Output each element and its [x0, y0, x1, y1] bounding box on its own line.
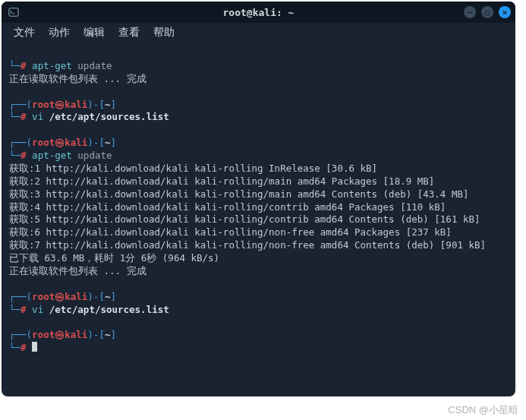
output-line: 正在读取软件包列表 ... 完成	[9, 265, 146, 276]
prompt-hash: └─	[9, 60, 20, 71]
prompt-close: )	[87, 137, 93, 148]
cmd-vi: vi	[27, 304, 44, 315]
terminal-output[interactable]: └─# apt-get update 正在读取软件包列表 ... 完成 ┌──(…	[2, 43, 515, 372]
cmd-vi: vi	[27, 111, 44, 122]
prompt-pathend: ]	[110, 137, 116, 148]
prompt-pathstart: -[	[93, 99, 105, 110]
prompt-pathend: ]	[110, 99, 116, 110]
prompt-l2: └─	[9, 150, 20, 161]
prompt-hash: #	[20, 342, 27, 353]
prompt-l2: └─	[9, 304, 20, 315]
terminal-window: root@kali: ~ − ○ × 文件 动作 编辑 查看 帮助 └─# ap…	[2, 2, 515, 396]
cmd-arg: /etc/apt/sources.list	[43, 111, 169, 122]
prompt-hash: #	[20, 150, 27, 161]
menu-edit[interactable]: 编辑	[77, 24, 111, 41]
cmd-arg: update	[72, 150, 112, 161]
minimize-button[interactable]: −	[464, 6, 476, 18]
maximize-button[interactable]: ○	[481, 6, 493, 18]
prompt-pathstart: -[	[93, 137, 105, 148]
prompt-host: kali	[65, 99, 87, 110]
prompt-host: kali	[65, 291, 87, 302]
prompt-close: )	[87, 291, 93, 302]
output-line: 获取:3 http://kali.download/kali kali-roll…	[9, 188, 468, 200]
prompt-host: kali	[65, 137, 87, 148]
prompt-pathend: ]	[110, 329, 116, 340]
output-line: 已下载 63.6 MB，耗时 1分 6秒 (964 kB/s)	[9, 252, 219, 264]
prompt-at: ㉿	[55, 137, 65, 148]
menu-help[interactable]: 帮助	[147, 24, 181, 41]
window-controls: − ○ ×	[464, 6, 511, 18]
close-button[interactable]: ×	[499, 6, 511, 18]
prompt-close: )	[87, 329, 93, 340]
cmd-arg: /etc/apt/sources.list	[43, 304, 169, 315]
output-line: 获取:4 http://kali.download/kali kali-roll…	[9, 201, 446, 213]
prompt-at: ㉿	[55, 99, 65, 110]
prompt-hash: #	[20, 304, 27, 315]
prompt-pathstart: -[	[93, 329, 105, 340]
prompt-l2: └─	[9, 342, 20, 353]
cmd-apt: apt-get	[27, 60, 72, 71]
menu-view[interactable]: 查看	[112, 24, 146, 41]
window-title: root@kali: ~	[223, 7, 294, 18]
output-line: 获取:6 http://kali.download/kali kali-roll…	[9, 226, 452, 238]
prompt-user: root	[32, 99, 55, 110]
prompt-pathstart: -[	[93, 291, 105, 302]
prompt-pathend: ]	[110, 291, 116, 302]
prompt-open: ┌──(	[9, 99, 32, 110]
prompt-host: kali	[65, 329, 87, 340]
titlebar[interactable]: root@kali: ~ − ○ ×	[2, 2, 515, 23]
menu-file[interactable]: 文件	[8, 24, 41, 41]
prompt-hash: #	[20, 111, 27, 122]
prompt-open: ┌──(	[9, 329, 32, 340]
menu-actions[interactable]: 动作	[43, 24, 76, 41]
output-line: 正在读取软件包列表 ... 完成	[9, 73, 146, 84]
prompt-at: ㉿	[55, 329, 65, 340]
prompt-open: ┌──(	[9, 291, 32, 302]
prompt-l2: └─	[9, 111, 20, 122]
output-line: 获取:5 http://kali.download/kali kali-roll…	[9, 213, 480, 225]
cursor	[32, 342, 37, 352]
cmd-apt: apt-get	[27, 150, 72, 161]
app-icon	[8, 6, 20, 18]
prompt-user: root	[32, 329, 55, 340]
prompt-open: ┌──(	[9, 137, 32, 148]
menubar: 文件 动作 编辑 查看 帮助	[2, 23, 515, 43]
prompt-at: ㉿	[55, 291, 65, 302]
prompt-close: )	[87, 99, 93, 110]
watermark: CSDN @小星暗	[448, 403, 518, 417]
cmd-arg: update	[72, 60, 112, 71]
output-line: 获取:7 http://kali.download/kali kali-roll…	[9, 239, 486, 251]
svg-rect-0	[9, 8, 18, 17]
output-line: 获取:1 http://kali.download/kali kali-roll…	[9, 163, 377, 174]
output-line: 获取:2 http://kali.download/kali kali-roll…	[9, 175, 434, 187]
prompt-hash: #	[20, 60, 27, 71]
prompt-user: root	[32, 291, 55, 302]
prompt-user: root	[32, 137, 55, 148]
